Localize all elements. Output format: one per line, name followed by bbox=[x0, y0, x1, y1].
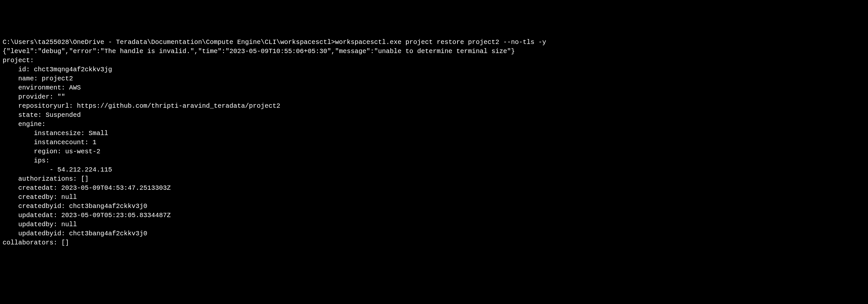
environment-label: environment: bbox=[18, 84, 69, 92]
updatedat-label: updatedat: bbox=[18, 211, 61, 219]
state-value: Suspended bbox=[45, 111, 81, 119]
state-label: state: bbox=[18, 111, 45, 119]
project-id-line: id: chct3mqng4af2ckkv3jg bbox=[3, 65, 865, 74]
collaborators-label: collaborators: bbox=[3, 239, 61, 246]
project-repositoryurl-line: repositoryurl: https://github.com/thript… bbox=[3, 102, 865, 111]
updatedby-value: null bbox=[61, 221, 77, 228]
project-name-line: name: project2 bbox=[3, 74, 865, 83]
provider-label: provider: bbox=[18, 93, 57, 101]
prompt-text: C:\Users\ta255028\OneDrive - Teradata\Do… bbox=[3, 38, 335, 46]
project-provider-line: provider: "" bbox=[3, 93, 865, 102]
command-line: C:\Users\ta255028\OneDrive - Teradata\Do… bbox=[3, 38, 865, 47]
collaborators-line: collaborators: [] bbox=[3, 238, 865, 247]
project-state-line: state: Suspended bbox=[3, 111, 865, 120]
engine-ips-header: ips: bbox=[3, 156, 865, 165]
authorizations-value: [] bbox=[81, 175, 89, 182]
instancecount-label: instancecount: bbox=[34, 139, 93, 146]
authorizations-line: authorizations: [] bbox=[3, 174, 865, 183]
command-text: workspacesctl.exe project restore projec… bbox=[335, 38, 546, 46]
name-label: name: bbox=[18, 75, 42, 82]
engine-instancesize-line: instancesize: Small bbox=[3, 129, 865, 138]
terminal-output[interactable]: C:\Users\ta255028\OneDrive - Teradata\Do… bbox=[3, 38, 865, 247]
repositoryurl-value: https://github.com/thripti-aravind_terad… bbox=[77, 102, 280, 110]
instancesize-value: Small bbox=[89, 130, 108, 137]
name-value: project2 bbox=[42, 75, 73, 82]
updatedbyid-label: updatedbyid: bbox=[18, 230, 69, 237]
createdat-value: 2023-05-09T04:53:47.2513303Z bbox=[61, 184, 171, 192]
updatedby-label: updatedby: bbox=[18, 221, 61, 228]
createdby-label: createdby: bbox=[18, 193, 61, 201]
id-label: id: bbox=[18, 66, 34, 73]
collaborators-value: [] bbox=[61, 239, 69, 246]
createdbyid-value: chct3bang4af2ckkv3j0 bbox=[69, 202, 147, 210]
provider-value: "" bbox=[57, 93, 65, 101]
updatedbyid-line: updatedbyid: chct3bang4af2ckkv3j0 bbox=[3, 229, 865, 238]
environment-value: AWS bbox=[69, 84, 81, 92]
project-environment-line: environment: AWS bbox=[3, 83, 865, 93]
createdbyid-label: createdbyid: bbox=[18, 202, 69, 210]
createdat-line: createdat: 2023-05-09T04:53:47.2513303Z bbox=[3, 183, 865, 193]
id-value: chct3mqng4af2ckkv3jg bbox=[34, 66, 112, 73]
engine-ip-item: - 54.212.224.115 bbox=[3, 165, 865, 174]
repositoryurl-label: repositoryurl: bbox=[18, 102, 77, 110]
debug-output-line: {"level":"debug","error":"The handle is … bbox=[3, 47, 865, 56]
project-header: project: bbox=[3, 56, 865, 65]
createdby-line: createdby: null bbox=[3, 193, 865, 202]
instancecount-value: 1 bbox=[93, 139, 96, 146]
engine-instancecount-line: instancecount: 1 bbox=[3, 138, 865, 147]
engine-header: engine: bbox=[3, 120, 865, 129]
engine-region-line: region: us-west-2 bbox=[3, 147, 865, 156]
createdby-value: null bbox=[61, 193, 77, 201]
updatedby-line: updatedby: null bbox=[3, 220, 865, 229]
instancesize-label: instancesize: bbox=[34, 130, 89, 137]
region-label: region: bbox=[34, 148, 65, 155]
createdat-label: createdat: bbox=[18, 184, 61, 192]
region-value: us-west-2 bbox=[65, 148, 100, 155]
updatedat-line: updatedat: 2023-05-09T05:23:05.8334487Z bbox=[3, 211, 865, 220]
updatedat-value: 2023-05-09T05:23:05.8334487Z bbox=[61, 211, 171, 219]
createdbyid-line: createdbyid: chct3bang4af2ckkv3j0 bbox=[3, 202, 865, 211]
updatedbyid-value: chct3bang4af2ckkv3j0 bbox=[69, 230, 147, 237]
authorizations-label: authorizations: bbox=[18, 175, 81, 182]
